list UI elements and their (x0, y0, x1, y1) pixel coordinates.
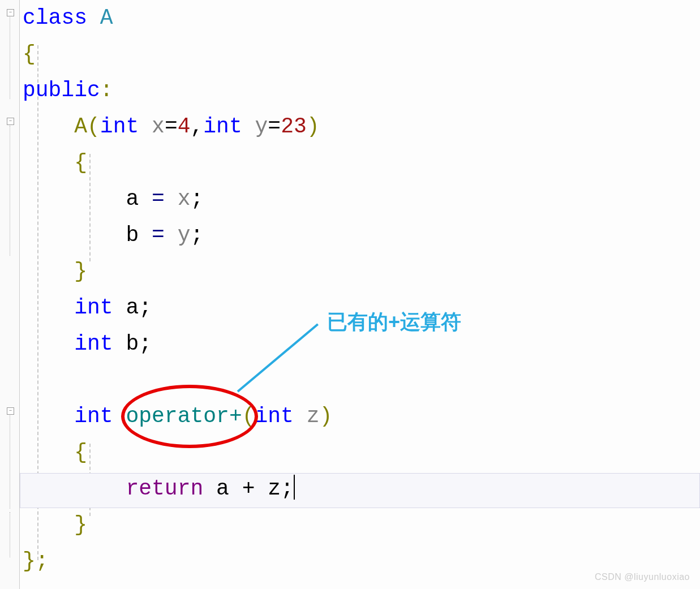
text-cursor (294, 475, 295, 500)
code-line: { (23, 145, 700, 181)
keyword-class: class (23, 6, 87, 30)
fold-line (10, 126, 10, 256)
code-line: b = y; (23, 217, 700, 253)
fold-line (10, 17, 10, 99)
gutter: − − − (0, 0, 20, 589)
code-line: A(int x=4,int y=23) (23, 109, 700, 145)
code-line: } (23, 507, 700, 543)
code-line: public: (23, 72, 700, 109)
fold-line (10, 512, 10, 557)
code-area[interactable]: class A { public: A(int x=4,int y=23) { … (23, 0, 700, 579)
fold-line (10, 415, 10, 509)
watermark: CSDN @liuyunluoxiao (595, 572, 690, 582)
code-line: class A (23, 0, 700, 36)
code-line: } (23, 253, 700, 290)
code-line: a = x; (23, 181, 700, 217)
fold-icon[interactable]: − (7, 9, 14, 16)
annotation-label: 已有的+运算符 (327, 308, 461, 336)
code-line: { (23, 435, 700, 471)
fold-icon[interactable]: − (7, 407, 14, 415)
annotation-ellipse (121, 385, 258, 448)
code-line (23, 362, 700, 398)
code-line: { (23, 36, 700, 72)
code-line: return a + z; (23, 471, 700, 507)
fold-icon[interactable]: − (7, 118, 14, 125)
keyword-public: public (23, 78, 100, 102)
class-name: A (87, 6, 113, 30)
code-editor: − − − class A { public: A(int x=4,int y=… (0, 0, 700, 589)
keyword-return: return (126, 476, 216, 501)
